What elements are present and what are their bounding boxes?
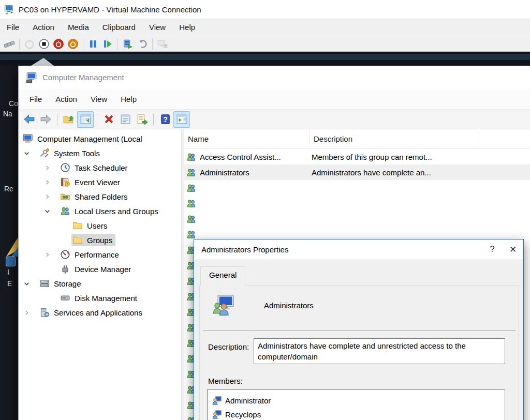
administrators-properties-dialog: Administrators Properties ? ✕ General Ad… [194,239,524,420]
members-label: Members: [208,377,243,385]
delete-icon[interactable] [100,111,117,128]
group-icon [60,206,70,216]
vm-menu-media[interactable]: Media [61,20,96,35]
desktop-shortcut-icon-small[interactable] [6,257,16,266]
vm-window-titlebar[interactable]: PC03 on HYPERVAMD - Virtual Machine Conn… [0,0,530,19]
tree-item-event-viewer[interactable]: Event Viewer [19,175,181,189]
tree-item-device-manager[interactable]: Device Manager [19,262,181,276]
cm-menubar: FileActionViewHelp [19,89,530,110]
tree-item-disk-management[interactable]: Disk Management [19,291,181,305]
export-list-icon[interactable] [134,111,150,128]
action-pane-icon[interactable] [173,111,190,128]
tree-item-services-and-applications[interactable]: Services and Applications [19,305,181,320]
member-name: Recyclops [225,410,261,419]
vm-menu-action[interactable]: Action [26,20,61,35]
cm-titlebar[interactable]: Computer Management [19,66,530,89]
checkpoint-icon[interactable] [121,37,135,51]
column-header-name[interactable]: Name [184,129,310,148]
tree-item-label: Storage [54,279,81,288]
tab-general[interactable]: General [200,266,245,286]
group-icon [186,152,196,162]
member-row-administrator[interactable]: Administrator [208,394,505,408]
turn-off-icon[interactable] [51,37,66,51]
cm-menu-help[interactable]: Help [114,92,143,107]
dialog-tab-panel: Administrators Description: Administrato… [199,285,519,420]
shut-down-icon[interactable] [66,37,80,51]
dialog-titlebar[interactable]: Administrators Properties ? ✕ [194,239,523,259]
tree-item-system-tools[interactable]: System Tools [19,146,181,160]
description-textbox[interactable]: Administrators have complete and unrestr… [254,338,505,364]
group-identity-row: Administrators [212,294,314,317]
list-row-administrators[interactable]: AdministratorsAdministrators have comple… [184,164,530,180]
member-row-recyclops[interactable]: Recyclops [208,408,505,420]
column-header-description[interactable]: Description [310,129,478,148]
properties-icon[interactable] [117,111,134,128]
chevron-expanded-icon[interactable] [23,149,38,157]
cell-name: Administrators [200,168,310,177]
ctrl-alt-del-icon[interactable] [2,37,17,51]
tree-item-shared-folders[interactable]: Shared Folders [19,189,181,204]
back-icon[interactable] [21,111,37,128]
up-folder-icon[interactable] [61,111,77,128]
revert-icon[interactable] [135,37,150,51]
list-header: Name Description [184,129,530,149]
chevron-expanded-icon[interactable] [43,207,59,215]
tree-item-groups[interactable]: Groups [19,233,181,247]
forward-icon[interactable] [37,111,54,128]
stop-icon[interactable] [37,37,51,51]
vm-menu-file[interactable]: File [0,20,26,35]
tree-item-storage[interactable]: Storage [19,276,181,291]
computer-icon [23,133,33,144]
tree-item-users[interactable]: Users [19,218,181,233]
list-row-obscured[interactable] [184,180,530,196]
resume-icon[interactable] [100,37,115,51]
cell-name: Access Control Assist... [200,153,310,161]
chevron-collapsed-icon[interactable] [43,250,59,259]
group-name-label: Administrators [264,301,314,310]
vm-menu-clipboard[interactable]: Clipboard [96,20,142,35]
cm-menu-file[interactable]: File [23,92,49,107]
group-icon [186,168,196,177]
tree-item-computer-management-local[interactable]: Computer Management (Local [19,131,181,146]
help-icon[interactable]: ? [157,111,173,128]
chevron-collapsed-icon[interactable] [43,178,59,186]
dialog-close-button[interactable]: ✕ [503,239,523,259]
tree-item-performance[interactable]: Performance [19,247,181,262]
chevron-collapsed-icon[interactable] [43,192,59,201]
vm-menu-view[interactable]: View [142,20,172,35]
storage-icon [39,278,50,289]
vm-menubar: FileActionMediaClipboardViewHelp [0,19,530,36]
vm-window-title: PC03 on HYPERVAMD - Virtual Machine Conn… [19,5,201,14]
power-icon [22,37,37,51]
desktop-shortcut-icon[interactable] [4,236,20,258]
vm-menu-help[interactable]: Help [172,20,202,35]
pause-icon[interactable] [86,37,100,51]
tree-item-task-scheduler[interactable]: Task Scheduler [19,160,181,175]
toolbar-separator [19,38,20,50]
toolbar-separator [117,38,118,50]
cm-menu-view[interactable]: View [84,92,114,107]
tree-item-local-users-and-groups[interactable]: Local Users and Groups [19,204,181,218]
chevron-collapsed-icon[interactable] [43,163,59,172]
device-icon [60,264,70,274]
tree-item-label: Local Users and Groups [75,207,158,216]
dialog-help-button[interactable]: ? [482,239,503,259]
cell-description: Members of this group can remot... [310,153,478,161]
console-tree-icon[interactable] [77,111,94,128]
members-listbox[interactable]: AdministratorRecyclopsVIAMONSTRA\Domain … [207,389,505,420]
chevron-collapsed-icon[interactable] [23,308,38,317]
chevron-expanded-icon[interactable] [23,279,38,288]
toolbar-separator [57,113,57,126]
cm-menu-action[interactable]: Action [49,92,84,107]
computer-management-icon [26,72,37,83]
list-row-obscured[interactable] [184,211,530,227]
toolbar-separator [153,113,154,126]
vm-toolbar [0,36,530,52]
performance-icon [60,249,70,260]
cm-toolbar: ? [19,110,530,129]
list-row-obscured[interactable] [184,196,530,211]
tree-item-label: Device Manager [75,265,131,274]
tree-item-label: System Tools [54,149,100,158]
list-row-access-control-assist[interactable]: Access Control Assist...Members of this … [184,149,530,164]
desktop-text-fragment: Co [9,99,18,108]
